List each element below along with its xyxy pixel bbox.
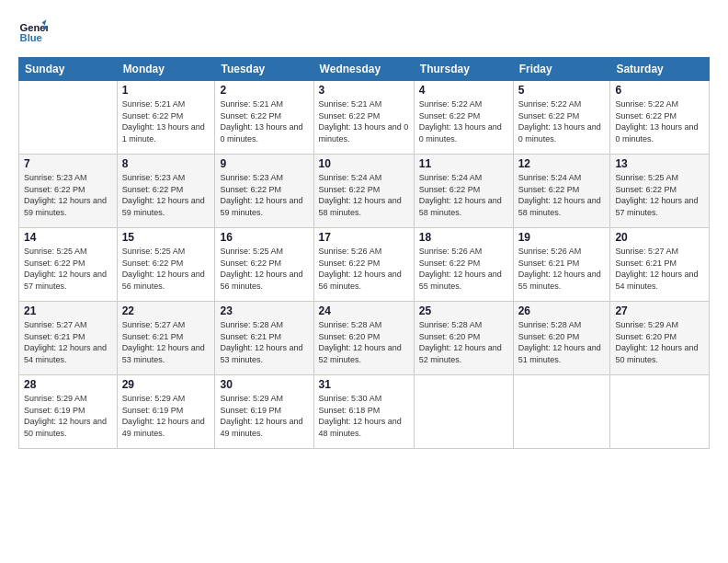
day-info: Sunrise: 5:25 AMSunset: 6:22 PMDaylight:… (220, 246, 308, 292)
day-number: 12 (518, 157, 606, 170)
day-number: 19 (518, 231, 606, 244)
day-cell: 21Sunrise: 5:27 AMSunset: 6:21 PMDayligh… (19, 302, 118, 375)
day-cell: 6Sunrise: 5:22 AMSunset: 6:22 PMDaylight… (610, 81, 710, 155)
day-cell: 8Sunrise: 5:23 AMSunset: 6:22 PMDaylight… (117, 155, 215, 228)
day-cell: 26Sunrise: 5:28 AMSunset: 6:20 PMDayligh… (513, 302, 610, 375)
week-row-0: 1Sunrise: 5:21 AMSunset: 6:22 PMDaylight… (19, 81, 710, 155)
day-cell (414, 375, 513, 449)
day-info: Sunrise: 5:23 AMSunset: 6:22 PMDaylight:… (122, 172, 210, 218)
day-cell: 10Sunrise: 5:24 AMSunset: 6:22 PMDayligh… (313, 155, 414, 228)
day-info: Sunrise: 5:27 AMSunset: 6:21 PMDaylight:… (122, 319, 210, 365)
day-info: Sunrise: 5:25 AMSunset: 6:22 PMDaylight:… (122, 246, 210, 292)
day-cell: 3Sunrise: 5:21 AMSunset: 6:22 PMDaylight… (313, 81, 414, 155)
day-number: 4 (419, 84, 508, 97)
day-number: 22 (122, 304, 210, 317)
day-info: Sunrise: 5:23 AMSunset: 6:22 PMDaylight:… (24, 172, 112, 218)
day-info: Sunrise: 5:21 AMSunset: 6:22 PMDaylight:… (220, 98, 308, 144)
day-cell: 13Sunrise: 5:25 AMSunset: 6:22 PMDayligh… (610, 155, 710, 228)
day-cell: 27Sunrise: 5:29 AMSunset: 6:20 PMDayligh… (610, 302, 710, 375)
day-info: Sunrise: 5:21 AMSunset: 6:22 PMDaylight:… (122, 98, 210, 144)
day-number: 15 (122, 231, 210, 244)
day-cell: 5Sunrise: 5:22 AMSunset: 6:22 PMDaylight… (513, 81, 610, 155)
day-info: Sunrise: 5:30 AMSunset: 6:18 PMDaylight:… (319, 393, 409, 439)
day-cell: 28Sunrise: 5:29 AMSunset: 6:19 PMDayligh… (19, 375, 118, 449)
day-number: 16 (220, 231, 308, 244)
day-info: Sunrise: 5:29 AMSunset: 6:20 PMDaylight:… (615, 319, 704, 365)
day-number: 21 (24, 304, 112, 317)
day-info: Sunrise: 5:28 AMSunset: 6:21 PMDaylight:… (220, 319, 308, 365)
day-number: 26 (518, 304, 606, 317)
day-info: Sunrise: 5:28 AMSunset: 6:20 PMDaylight:… (319, 319, 409, 365)
weekday-header-sunday: Sunday (19, 58, 118, 81)
day-cell: 2Sunrise: 5:21 AMSunset: 6:22 PMDaylight… (215, 81, 313, 155)
day-cell: 15Sunrise: 5:25 AMSunset: 6:22 PMDayligh… (117, 228, 215, 302)
weekday-header-monday: Monday (117, 58, 215, 81)
day-cell (19, 81, 118, 155)
week-row-3: 21Sunrise: 5:27 AMSunset: 6:21 PMDayligh… (19, 302, 710, 375)
day-cell: 14Sunrise: 5:25 AMSunset: 6:22 PMDayligh… (19, 228, 118, 302)
day-info: Sunrise: 5:22 AMSunset: 6:22 PMDaylight:… (419, 98, 508, 144)
day-cell: 7Sunrise: 5:23 AMSunset: 6:22 PMDaylight… (19, 155, 118, 228)
day-cell: 20Sunrise: 5:27 AMSunset: 6:21 PMDayligh… (610, 228, 710, 302)
day-info: Sunrise: 5:24 AMSunset: 6:22 PMDaylight:… (419, 172, 508, 218)
day-cell: 4Sunrise: 5:22 AMSunset: 6:22 PMDaylight… (414, 81, 513, 155)
day-number: 7 (24, 157, 112, 170)
day-info: Sunrise: 5:25 AMSunset: 6:22 PMDaylight:… (615, 172, 704, 218)
day-number: 28 (24, 378, 112, 391)
day-info: Sunrise: 5:25 AMSunset: 6:22 PMDaylight:… (24, 246, 112, 292)
day-info: Sunrise: 5:24 AMSunset: 6:22 PMDaylight:… (319, 172, 409, 218)
weekday-header-thursday: Thursday (414, 58, 513, 81)
weekday-header-saturday: Saturday (610, 58, 710, 81)
day-cell: 31Sunrise: 5:30 AMSunset: 6:18 PMDayligh… (313, 375, 414, 449)
day-info: Sunrise: 5:27 AMSunset: 6:21 PMDaylight:… (615, 246, 704, 292)
day-number: 8 (122, 157, 210, 170)
day-cell: 29Sunrise: 5:29 AMSunset: 6:19 PMDayligh… (117, 375, 215, 449)
day-cell (513, 375, 610, 449)
day-cell: 23Sunrise: 5:28 AMSunset: 6:21 PMDayligh… (215, 302, 313, 375)
day-cell: 19Sunrise: 5:26 AMSunset: 6:21 PMDayligh… (513, 228, 610, 302)
week-row-4: 28Sunrise: 5:29 AMSunset: 6:19 PMDayligh… (19, 375, 710, 449)
day-number: 18 (419, 231, 508, 244)
day-info: Sunrise: 5:21 AMSunset: 6:22 PMDaylight:… (319, 98, 409, 144)
header: General Blue (18, 17, 710, 46)
day-number: 24 (319, 304, 409, 317)
day-info: Sunrise: 5:29 AMSunset: 6:19 PMDaylight:… (24, 393, 112, 439)
day-number: 5 (518, 84, 606, 97)
day-cell: 12Sunrise: 5:24 AMSunset: 6:22 PMDayligh… (513, 155, 610, 228)
day-number: 10 (319, 157, 409, 170)
day-info: Sunrise: 5:26 AMSunset: 6:22 PMDaylight:… (419, 246, 508, 292)
day-cell (610, 375, 710, 449)
day-cell: 1Sunrise: 5:21 AMSunset: 6:22 PMDaylight… (117, 81, 215, 155)
day-info: Sunrise: 5:26 AMSunset: 6:21 PMDaylight:… (518, 246, 606, 292)
day-info: Sunrise: 5:29 AMSunset: 6:19 PMDaylight:… (122, 393, 210, 439)
day-number: 11 (419, 157, 508, 170)
day-cell: 24Sunrise: 5:28 AMSunset: 6:20 PMDayligh… (313, 302, 414, 375)
day-info: Sunrise: 5:27 AMSunset: 6:21 PMDaylight:… (24, 319, 112, 365)
day-number: 30 (220, 378, 308, 391)
calendar-container: General Blue SundayMondayTuesdayWednesda… (0, 0, 728, 458)
day-number: 14 (24, 231, 112, 244)
day-info: Sunrise: 5:28 AMSunset: 6:20 PMDaylight:… (518, 319, 606, 365)
day-info: Sunrise: 5:28 AMSunset: 6:20 PMDaylight:… (419, 319, 508, 365)
day-number: 25 (419, 304, 508, 317)
day-info: Sunrise: 5:24 AMSunset: 6:22 PMDaylight:… (518, 172, 606, 218)
week-row-2: 14Sunrise: 5:25 AMSunset: 6:22 PMDayligh… (19, 228, 710, 302)
day-cell: 11Sunrise: 5:24 AMSunset: 6:22 PMDayligh… (414, 155, 513, 228)
day-info: Sunrise: 5:29 AMSunset: 6:19 PMDaylight:… (220, 393, 308, 439)
day-number: 31 (319, 378, 409, 391)
svg-text:Blue: Blue (20, 32, 42, 43)
day-info: Sunrise: 5:22 AMSunset: 6:22 PMDaylight:… (615, 98, 704, 144)
day-cell: 25Sunrise: 5:28 AMSunset: 6:20 PMDayligh… (414, 302, 513, 375)
logo: General Blue (18, 17, 51, 46)
weekday-header-wednesday: Wednesday (313, 58, 414, 81)
day-cell: 30Sunrise: 5:29 AMSunset: 6:19 PMDayligh… (215, 375, 313, 449)
week-row-1: 7Sunrise: 5:23 AMSunset: 6:22 PMDaylight… (19, 155, 710, 228)
day-cell: 17Sunrise: 5:26 AMSunset: 6:22 PMDayligh… (313, 228, 414, 302)
weekday-header-tuesday: Tuesday (215, 58, 313, 81)
weekday-header-friday: Friday (513, 58, 610, 81)
day-number: 1 (122, 84, 210, 97)
day-info: Sunrise: 5:23 AMSunset: 6:22 PMDaylight:… (220, 172, 308, 218)
day-number: 29 (122, 378, 210, 391)
day-number: 2 (220, 84, 308, 97)
calendar-table: SundayMondayTuesdayWednesdayThursdayFrid… (18, 57, 710, 449)
